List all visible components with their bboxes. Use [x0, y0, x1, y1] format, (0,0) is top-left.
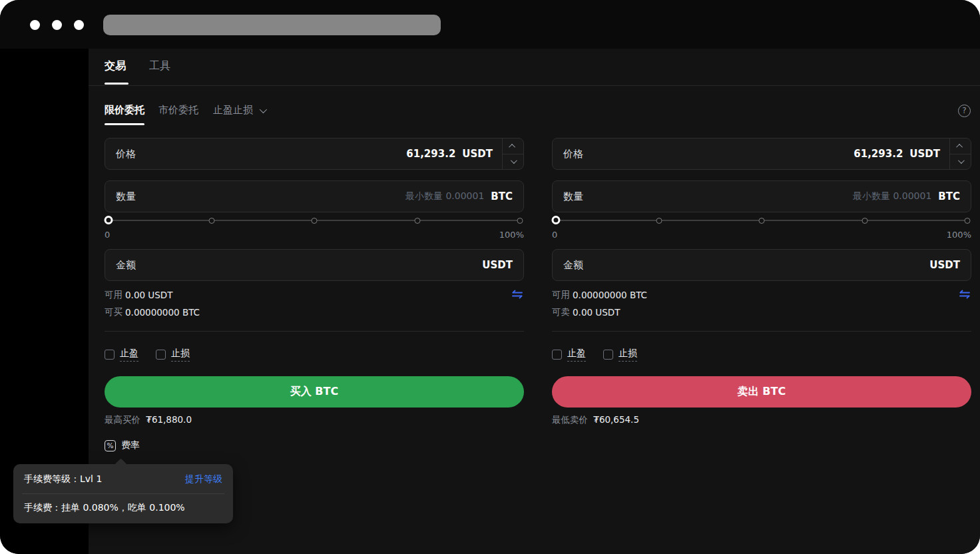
- max-buy-price-value: ₮61,880.0: [146, 414, 192, 425]
- min-sell-price-value: ₮60,654.5: [593, 414, 639, 425]
- tooltip-level-row: 手续费等级：Lvl 1 提升等级: [13, 464, 233, 493]
- transfer-icon[interactable]: [511, 288, 524, 300]
- fee-rate-label: 费率: [121, 439, 140, 451]
- can-buy-value: 0.00000000 BTC: [125, 307, 200, 318]
- total-unit: USDT: [482, 259, 513, 271]
- price-unit: USDT: [462, 148, 493, 160]
- slider-handle[interactable]: [552, 216, 561, 224]
- quantity-placeholder: 最小数量 0.00001: [853, 190, 931, 202]
- total-label: 金额: [563, 259, 583, 272]
- take-profit-checkbox[interactable]: 止盈: [552, 348, 586, 362]
- price-value: 61,293.2: [406, 148, 455, 160]
- stop-loss-label: 止损: [171, 348, 190, 362]
- slider-step-100[interactable]: [517, 218, 523, 224]
- slider-min-label: 0: [105, 230, 110, 240]
- slider-step-50[interactable]: [759, 218, 765, 224]
- price-unit: USDT: [909, 148, 940, 160]
- quantity-placeholder: 最小数量 0.00001: [405, 190, 484, 202]
- total-unit: USDT: [929, 259, 960, 271]
- buy-quantity-input[interactable]: 数量 最小数量 0.00001 BTC: [105, 180, 524, 212]
- slider-step-25[interactable]: [656, 218, 662, 224]
- quantity-unit: BTC: [938, 190, 960, 202]
- sell-total-input[interactable]: 金额 USDT: [552, 249, 971, 281]
- transfer-icon[interactable]: [958, 288, 971, 300]
- stop-loss-checkbox[interactable]: 止损: [603, 348, 637, 362]
- chevron-down-icon: [511, 157, 517, 164]
- total-label: 金额: [116, 259, 136, 272]
- browser-window: 交易 工具 限价委托 市价委托 止盈止损 ? 价格 61,293.2 USDT: [0, 0, 980, 554]
- buy-amount-slider[interactable]: [109, 216, 520, 225]
- address-bar[interactable]: [103, 15, 441, 35]
- upgrade-level-link[interactable]: 提升等级: [185, 473, 222, 485]
- checkbox-icon[interactable]: [105, 350, 115, 360]
- fee-tooltip: 手续费等级：Lvl 1 提升等级 手续费：挂单 0.080%，吃单 0.100%: [13, 464, 233, 523]
- can-buy-row: 可买 0.00000000 BTC: [105, 306, 200, 318]
- window-control-dot[interactable]: [30, 20, 40, 30]
- sell-tpsl-row: 止盈 止损: [552, 348, 637, 362]
- slider-labels: 0 100%: [105, 230, 524, 240]
- max-buy-price-label: 最高买价: [105, 414, 140, 425]
- price-step-down-button[interactable]: [503, 154, 523, 170]
- buy-price-input[interactable]: 价格 61,293.2 USDT: [105, 138, 524, 170]
- quantity-label: 数量: [563, 190, 583, 203]
- buy-btc-button[interactable]: 买入 BTC: [105, 376, 524, 408]
- window-control-dot[interactable]: [74, 20, 84, 30]
- price-stepper: [502, 138, 523, 169]
- price-step-down-button[interactable]: [950, 154, 971, 170]
- stop-loss-checkbox[interactable]: 止损: [156, 348, 190, 362]
- buy-panel: 价格 61,293.2 USDT 数量 最小数量 0.00001 BTC: [105, 49, 524, 441]
- sell-price-input[interactable]: 价格 61,293.2 USDT: [552, 138, 971, 170]
- slider-handle[interactable]: [105, 216, 113, 224]
- checkbox-icon[interactable]: [552, 350, 562, 360]
- slider-step-75[interactable]: [861, 218, 867, 224]
- price-stepper: [949, 138, 971, 169]
- can-buy-label: 可买: [105, 306, 122, 318]
- available-value: 0.00 USDT: [125, 290, 172, 300]
- sell-btc-button[interactable]: 卖出 BTC: [552, 376, 971, 408]
- price-label: 价格: [563, 148, 583, 160]
- take-profit-label: 止盈: [567, 348, 586, 362]
- window-control-dot[interactable]: [52, 20, 62, 30]
- chevron-up-icon: [509, 144, 515, 150]
- slider-step-25[interactable]: [208, 218, 214, 224]
- can-sell-label: 可卖: [552, 306, 570, 318]
- min-sell-price-label: 最低卖价: [552, 414, 588, 425]
- available-label: 可用: [105, 289, 122, 301]
- sell-quantity-input[interactable]: 数量 最小数量 0.00001 BTC: [552, 180, 971, 212]
- slider-step-50[interactable]: [312, 218, 318, 224]
- chevron-up-icon: [956, 144, 963, 150]
- stop-loss-label: 止损: [618, 348, 637, 362]
- chevron-down-icon: [958, 157, 965, 164]
- can-sell-row: 可卖 0.00 USDT: [552, 306, 620, 318]
- take-profit-label: 止盈: [120, 348, 138, 362]
- slider-labels: 0 100%: [552, 230, 971, 240]
- fee-rate-row[interactable]: % 费率: [105, 439, 140, 451]
- slider-max-label: 100%: [947, 230, 971, 240]
- fee-level-text: 手续费等级：Lvl 1: [24, 473, 102, 485]
- buy-total-input[interactable]: 金额 USDT: [105, 249, 524, 281]
- checkbox-icon[interactable]: [156, 350, 166, 360]
- price-step-up-button[interactable]: [503, 138, 523, 154]
- slider-min-label: 0: [552, 230, 557, 240]
- take-profit-checkbox[interactable]: 止盈: [105, 348, 138, 362]
- price-step-up-button[interactable]: [950, 138, 971, 154]
- percent-icon: %: [105, 440, 116, 451]
- min-sell-price-hint: 最低卖价 ₮60,654.5: [552, 414, 639, 426]
- fee-detail-text: 手续费：挂单 0.080%，吃单 0.100%: [13, 494, 233, 523]
- sell-panel: 价格 61,293.2 USDT 数量 最小数量 0.00001 BTC: [552, 49, 971, 441]
- sell-amount-slider[interactable]: [556, 216, 967, 225]
- slider-step-100[interactable]: [965, 218, 971, 224]
- quantity-label: 数量: [116, 190, 136, 203]
- checkbox-icon[interactable]: [603, 350, 613, 360]
- price-label: 价格: [116, 148, 136, 160]
- price-value: 61,293.2: [854, 148, 903, 160]
- slider-max-label: 100%: [499, 230, 524, 240]
- panel-divider: [552, 331, 971, 332]
- can-sell-value: 0.00 USDT: [573, 307, 620, 318]
- slider-step-75[interactable]: [414, 218, 420, 224]
- available-label: 可用: [552, 289, 570, 301]
- panel-divider: [105, 331, 524, 332]
- quantity-unit: BTC: [491, 190, 513, 202]
- buy-tpsl-row: 止盈 止损: [105, 348, 190, 362]
- max-buy-price-hint: 最高买价 ₮61,880.0: [105, 414, 192, 426]
